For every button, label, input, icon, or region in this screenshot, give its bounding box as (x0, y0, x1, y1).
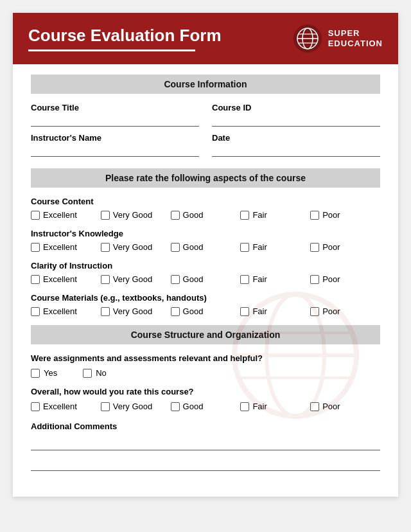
checkbox-ov-verygood[interactable] (101, 402, 110, 411)
course-content-verygood: Very Good (101, 210, 171, 220)
course-content-fair: Fair (240, 210, 310, 220)
checkbox-ik-fair[interactable] (240, 243, 249, 252)
question1-label: Were assignments and assessments relevan… (31, 353, 380, 363)
course-content-excellent: Excellent (31, 210, 101, 220)
checkbox-ov-good[interactable] (171, 402, 180, 411)
mat-poor: Poor (310, 306, 380, 316)
checkbox-mat-excellent[interactable] (31, 307, 40, 316)
checkbox-ov-fair[interactable] (240, 402, 249, 411)
label-mat-good: Good (183, 306, 204, 316)
structure-header: Course Structure and Organization (31, 325, 380, 344)
label-ik-excellent: Excellent (43, 242, 77, 252)
materials-options: Excellent Very Good Good Fair Poor (31, 306, 380, 316)
comments-label: Additional Comments (31, 421, 380, 431)
label-cl-verygood: Very Good (113, 274, 152, 284)
course-info-header: Course Information (31, 75, 380, 94)
course-title-field: Course Title (31, 103, 199, 127)
overall-rating-options: Excellent Very Good Good Fair Poor (31, 402, 380, 411)
overall-good: Good (171, 402, 241, 411)
rating-section: Course Content Excellent Very Good Good (31, 197, 380, 316)
label-ov-verygood: Very Good (113, 402, 152, 411)
label-cc-fair: Fair (252, 210, 267, 220)
rating-section-header: Please rate the following aspects of the… (31, 168, 380, 188)
overall-fair: Fair (240, 402, 310, 411)
brand-top: Super (328, 28, 383, 39)
category-instructor-knowledge: Instructor's Knowledge (31, 229, 380, 238)
course-title-input[interactable] (31, 115, 199, 127)
yes-label: Yes (44, 368, 57, 378)
label-ik-fair: Fair (252, 242, 267, 252)
checkbox-mat-fair[interactable] (240, 307, 249, 316)
checkbox-cc-fair[interactable] (240, 211, 249, 220)
comment-line-1[interactable] (31, 438, 380, 450)
checkbox-cc-poor[interactable] (310, 211, 319, 220)
checkbox-yes[interactable] (31, 369, 40, 378)
label-cl-good: Good (183, 274, 204, 284)
date-label: Date (212, 133, 380, 143)
category-materials: Course Materials (e.g., textbooks, hando… (31, 293, 380, 303)
date-field: Date (212, 133, 380, 157)
checkbox-cc-excellent[interactable] (31, 211, 40, 220)
label-ov-good: Good (183, 402, 204, 411)
label-cl-fair: Fair (252, 274, 267, 284)
brand-bottom: Education (328, 39, 383, 49)
mat-verygood: Very Good (101, 306, 171, 316)
checkbox-cl-excellent[interactable] (31, 275, 40, 284)
checkbox-cl-good[interactable] (171, 275, 180, 284)
checkbox-cc-verygood[interactable] (101, 211, 110, 220)
cl-poor: Poor (310, 274, 380, 284)
label-cc-poor: Poor (322, 210, 340, 220)
checkbox-cl-fair[interactable] (240, 275, 249, 284)
course-content-poor: Poor (310, 210, 380, 220)
checkbox-ik-excellent[interactable] (31, 243, 40, 252)
checkbox-ov-poor[interactable] (310, 402, 319, 411)
instructor-knowledge-options: Excellent Very Good Good Fair Poor (31, 242, 380, 252)
overall-excellent: Excellent (31, 402, 101, 411)
checkbox-cc-good[interactable] (171, 211, 180, 220)
cl-verygood: Very Good (101, 274, 171, 284)
ik-verygood: Very Good (101, 242, 171, 252)
globe-icon (293, 24, 322, 53)
checkbox-mat-poor[interactable] (310, 307, 319, 316)
label-mat-fair: Fair (252, 306, 267, 316)
brand-area: Super Education (293, 24, 383, 53)
label-cl-poor: Poor (322, 274, 340, 284)
label-cc-verygood: Very Good (113, 210, 152, 220)
header-left: Course Evaluation Form (28, 26, 222, 51)
form-title: Course Evaluation Form (28, 26, 222, 46)
label-ik-poor: Poor (322, 242, 340, 252)
checkbox-ik-verygood[interactable] (101, 243, 110, 252)
label-ik-verygood: Very Good (113, 242, 152, 252)
checkbox-mat-verygood[interactable] (101, 307, 110, 316)
checkbox-ik-good[interactable] (171, 243, 180, 252)
label-cc-good: Good (183, 210, 204, 220)
mat-good: Good (171, 306, 241, 316)
comment-line-2[interactable] (31, 458, 380, 471)
course-id-field: Course ID (212, 103, 380, 127)
checkbox-no[interactable] (83, 369, 92, 378)
instructor-name-input[interactable] (31, 145, 199, 157)
checkbox-cl-verygood[interactable] (101, 275, 110, 284)
category-course-content: Course Content (31, 197, 380, 206)
checkbox-cl-poor[interactable] (310, 275, 319, 284)
body: Course Information Course Title Course I… (13, 64, 398, 497)
label-cc-excellent: Excellent (43, 210, 77, 220)
label-mat-verygood: Very Good (113, 306, 152, 316)
checkbox-mat-good[interactable] (171, 307, 180, 316)
comments-section: Additional Comments (31, 421, 380, 471)
checkbox-ov-excellent[interactable] (31, 402, 40, 411)
label-ov-excellent: Excellent (43, 402, 77, 411)
no-option: No (83, 368, 107, 378)
ik-fair: Fair (240, 242, 310, 252)
date-input[interactable] (212, 145, 380, 157)
checkbox-ik-poor[interactable] (310, 243, 319, 252)
course-id-input[interactable] (212, 115, 380, 127)
clarity-options: Excellent Very Good Good Fair Poor (31, 274, 380, 284)
instructor-name-field: Instructor's Name (31, 133, 199, 157)
course-content-good: Good (171, 210, 241, 220)
label-ov-fair: Fair (252, 402, 267, 411)
course-info-grid: Course Title Course ID Instructor's Name… (31, 103, 380, 157)
instructor-name-label: Instructor's Name (31, 133, 199, 143)
course-title-label: Course Title (31, 103, 199, 112)
brand-text: Super Education (328, 28, 383, 48)
